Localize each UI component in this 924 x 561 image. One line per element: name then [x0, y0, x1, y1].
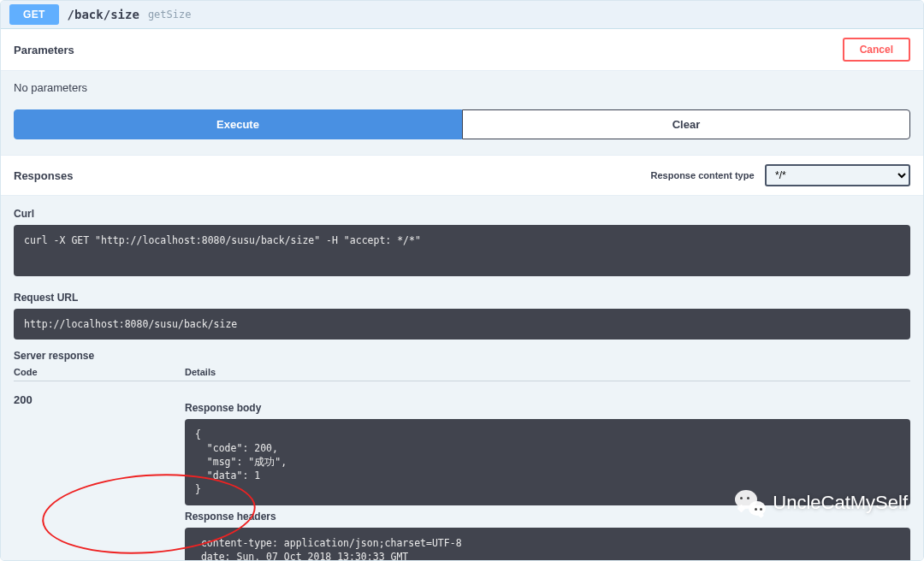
operation-header[interactable]: GET /back/size getSize	[1, 1, 923, 29]
server-response-label: Server response	[14, 350, 910, 362]
curl-command-box[interactable]: curl -X GET "http://localhost:8080/susu/…	[14, 225, 910, 276]
endpoint-path: /back/size	[68, 8, 139, 21]
swagger-screenshot: GET /back/size getSize Parameters Cancel…	[0, 0, 924, 561]
request-url-label: Request URL	[14, 292, 910, 304]
code-column-header: Code	[14, 367, 185, 381]
details-column: Details Response body { "code": 200, "ms…	[185, 367, 910, 561]
http-method-badge: GET	[9, 4, 59, 25]
response-content-type: Response content type */*	[651, 164, 910, 186]
parameters-body: No parameters Execute Clear	[1, 71, 923, 155]
code-column: Code 200	[14, 367, 185, 406]
action-buttons-row: Execute Clear	[14, 109, 910, 139]
responses-title: Responses	[14, 169, 73, 182]
response-content-type-label: Response content type	[651, 170, 755, 180]
responses-body: Curl curl -X GET "http://localhost:8080/…	[1, 196, 923, 561]
operation-id: getSize	[148, 9, 192, 21]
response-body-box[interactable]: { "code": 200, "msg": "成功", "data": 1 }	[185, 419, 910, 505]
curl-label: Curl	[14, 208, 910, 220]
parameters-header-row: Parameters Cancel	[1, 29, 923, 71]
execute-button[interactable]: Execute	[14, 109, 462, 139]
request-url-box[interactable]: http://localhost:8080/susu/back/size	[14, 309, 910, 340]
no-parameters-text: No parameters	[14, 81, 910, 94]
responses-header-row: Responses Response content type */*	[1, 155, 923, 196]
cancel-button[interactable]: Cancel	[843, 38, 910, 62]
response-body-label: Response body	[185, 402, 910, 414]
parameters-title: Parameters	[14, 44, 74, 56]
response-headers-label: Response headers	[185, 511, 910, 523]
status-code: 200	[14, 393, 185, 406]
details-column-header: Details	[185, 367, 910, 381]
clear-button[interactable]: Clear	[462, 109, 910, 139]
response-headers-box[interactable]: content-type: application/json;charset=U…	[185, 528, 910, 561]
response-content-type-select[interactable]: */*	[765, 164, 910, 186]
server-response-table: Code 200 Details Response body { "code":…	[14, 367, 910, 561]
